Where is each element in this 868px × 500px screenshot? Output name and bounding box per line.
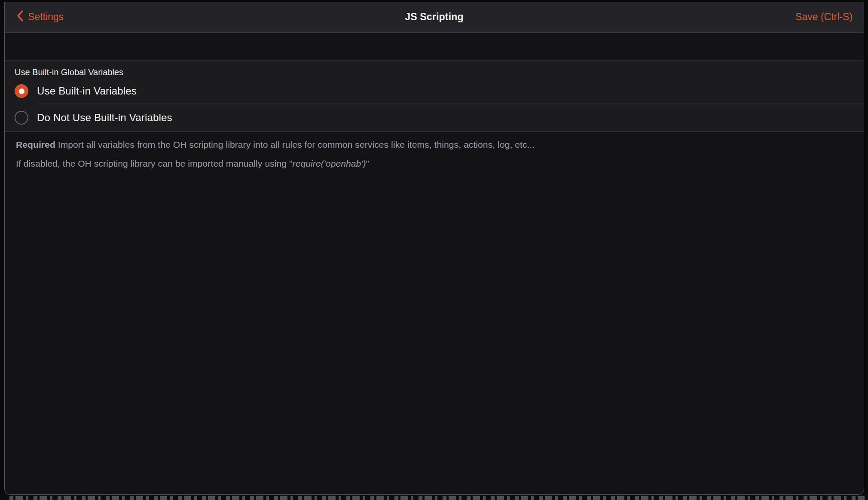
background-cutoff-text xyxy=(9,496,865,500)
description-line-1: Required Import all variables from the O… xyxy=(16,135,847,154)
description-line-2: If disabled, the OH scripting library ca… xyxy=(16,154,847,173)
back-label: Settings xyxy=(28,11,64,23)
radio-selected-icon[interactable] xyxy=(15,84,28,98)
settings-page: Use Built-in Global Variables Use Built-… xyxy=(5,60,864,173)
chevron-left-icon xyxy=(16,9,24,25)
group-label: Use Built-in Global Variables xyxy=(5,61,864,79)
settings-popup: Settings JS Scripting Save (Ctrl-S) Use … xyxy=(4,2,864,495)
description-block: Required Import all variables from the O… xyxy=(5,132,864,173)
radio-option-use-builtin[interactable]: Use Built-in Variables xyxy=(5,79,864,104)
radio-option-label: Use Built-in Variables xyxy=(37,85,137,97)
page-title: JS Scripting xyxy=(5,11,864,23)
radio-option-label: Do Not Use Built-in Variables xyxy=(37,112,172,124)
navbar: Settings JS Scripting Save (Ctrl-S) xyxy=(5,2,864,33)
back-button[interactable]: Settings xyxy=(16,9,64,25)
radio-unselected-icon[interactable] xyxy=(15,111,28,125)
background-page-sliver xyxy=(0,494,868,500)
radio-option-no-builtin[interactable]: Do Not Use Built-in Variables xyxy=(5,104,864,131)
save-button[interactable]: Save (Ctrl-S) xyxy=(795,11,853,23)
form-list: Use Built-in Global Variables Use Built-… xyxy=(5,60,864,132)
required-label: Required xyxy=(16,140,55,149)
code-inline: require('openhab') xyxy=(293,159,366,168)
